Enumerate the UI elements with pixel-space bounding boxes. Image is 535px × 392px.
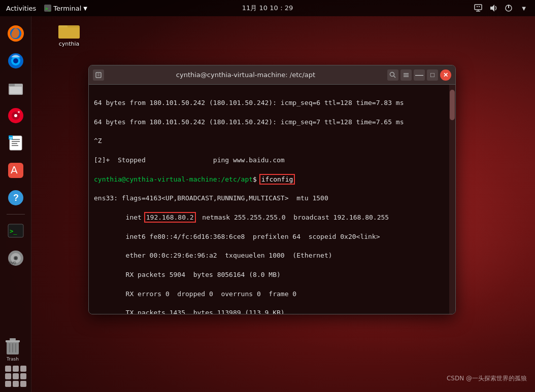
topbar-terminal-button[interactable]: >_ Terminal ▼ bbox=[44, 5, 87, 12]
terminal-line: ^Z bbox=[94, 136, 450, 146]
terminal-line: ether 00:0c:29:6e:96:a2 txqueuelen 1000 … bbox=[94, 251, 450, 261]
dock-item-files[interactable] bbox=[4, 76, 28, 100]
libreoffice-icon: W bbox=[7, 134, 25, 152]
dock-item-appstore[interactable]: A bbox=[4, 158, 28, 183]
svg-rect-17 bbox=[10, 87, 22, 94]
grid-dot bbox=[20, 373, 26, 379]
desktop: Activities >_ Terminal ▼ 11月 10 10：29 bbox=[0, 0, 535, 392]
folder-icon bbox=[58, 21, 80, 40]
titlebar-center: cynthia@cynthia-virtual-machine: /etc/ap… bbox=[104, 71, 387, 79]
dvd-icon: DVD bbox=[7, 249, 25, 267]
terminal-line: inet 192.168.80.2 netmask 255.255.255.0 … bbox=[94, 213, 450, 223]
topbar-left: Activities >_ Terminal ▼ bbox=[6, 5, 87, 12]
ip-highlight: 192.168.80.2 bbox=[146, 213, 194, 221]
terminal-prompt: cynthia@cynthia-virtual-machine:/etc/apt bbox=[94, 175, 253, 183]
terminal-dock-icon: >_ bbox=[7, 222, 25, 240]
svg-text:>_: >_ bbox=[45, 6, 51, 11]
svg-text:DVD: DVD bbox=[9, 261, 16, 265]
close-button[interactable]: ✕ bbox=[440, 69, 451, 81]
dock-separator bbox=[7, 214, 25, 215]
grid-dot bbox=[5, 373, 11, 379]
app-grid-button[interactable] bbox=[5, 366, 26, 387]
terminal-line: TX packets 1435 bytes 113989 (113.9 KB) bbox=[94, 308, 450, 314]
titlebar-left bbox=[93, 69, 104, 81]
desktop-folder-cynthia[interactable]: cynthia bbox=[54, 21, 84, 47]
terminal-content[interactable]: 64 bytes from 180.101.50.242 (180.101.50… bbox=[89, 85, 455, 314]
svg-rect-16 bbox=[9, 84, 15, 86]
svg-rect-41 bbox=[6, 340, 20, 342]
firefox-icon bbox=[7, 24, 25, 43]
dock-item-dvd[interactable]: DVD bbox=[4, 246, 28, 270]
svg-point-20 bbox=[14, 114, 17, 117]
svg-point-21 bbox=[18, 111, 20, 113]
svg-point-14 bbox=[13, 58, 18, 63]
terminal-scrollbar[interactable] bbox=[449, 85, 455, 314]
trash-label: Trash bbox=[7, 357, 19, 362]
svg-marker-7 bbox=[490, 5, 494, 12]
svg-text:A: A bbox=[11, 164, 18, 176]
dock-item-thunderbird[interactable] bbox=[4, 49, 28, 73]
terminal-icon: >_ bbox=[44, 5, 51, 12]
terminal-line: RX errors 0 dropped 0 overruns 0 frame 0 bbox=[94, 290, 450, 299]
grid-dot bbox=[5, 381, 11, 387]
terminal-line: 64 bytes from 180.101.50.242 (180.101.50… bbox=[94, 98, 450, 108]
terminal-titlebar: cynthia@cynthia-virtual-machine: /etc/ap… bbox=[89, 65, 455, 85]
svg-point-52 bbox=[390, 72, 394, 76]
terminal-window: cynthia@cynthia-virtual-machine: /etc/ap… bbox=[88, 65, 456, 314]
files-icon bbox=[7, 79, 25, 97]
svg-text:W: W bbox=[9, 136, 13, 140]
trash-icon bbox=[4, 337, 22, 355]
dock: W A ? bbox=[0, 16, 31, 392]
dock-item-help[interactable]: ? bbox=[4, 186, 28, 210]
terminal-line: [2]+ Stopped ping www.baidu.com bbox=[94, 156, 450, 165]
hamburger-button[interactable] bbox=[400, 69, 412, 81]
search-button[interactable] bbox=[387, 69, 398, 81]
dock-item-libreoffice[interactable]: W bbox=[4, 131, 28, 155]
pin-button[interactable] bbox=[93, 69, 104, 81]
svg-rect-4 bbox=[479, 6, 480, 7]
grid-dot bbox=[20, 366, 26, 372]
grid-dot bbox=[20, 381, 26, 387]
dock-item-rhythmbox[interactable] bbox=[4, 103, 28, 128]
grid-dot bbox=[13, 381, 19, 387]
rhythmbox-icon bbox=[7, 106, 25, 125]
svg-line-53 bbox=[394, 76, 396, 78]
svg-point-38 bbox=[15, 257, 17, 259]
svg-rect-48 bbox=[58, 27, 80, 39]
topbar-terminal-arrow[interactable]: ▼ bbox=[83, 6, 87, 11]
grid-dot bbox=[13, 373, 19, 379]
terminal-line: ens33: flags=4163<UP,BROADCAST,RUNNING,M… bbox=[94, 194, 450, 203]
thunderbird-icon bbox=[7, 52, 25, 70]
grid-dot bbox=[13, 366, 19, 372]
activities-button[interactable]: Activities bbox=[6, 5, 36, 12]
svg-rect-42 bbox=[10, 338, 16, 340]
topbar-terminal-label: Terminal bbox=[53, 5, 81, 12]
terminal-title: cynthia@cynthia-virtual-machine: /etc/ap… bbox=[104, 71, 387, 79]
terminal-prompt-line: cynthia@cynthia-virtual-machine:/etc/apt… bbox=[94, 175, 450, 185]
help-icon: ? bbox=[7, 189, 25, 207]
power-icon[interactable] bbox=[504, 3, 514, 13]
topbar: Activities >_ Terminal ▼ 11月 10 10：29 bbox=[0, 0, 535, 16]
maximize-button[interactable]: □ bbox=[427, 69, 438, 81]
svg-text:>_: >_ bbox=[10, 228, 17, 235]
svg-rect-49 bbox=[96, 73, 101, 78]
dropdown-arrow-icon[interactable]: ▼ bbox=[519, 3, 529, 13]
grid-dot bbox=[5, 366, 11, 372]
terminal-line: 64 bytes from 180.101.50.242 (180.101.50… bbox=[94, 118, 450, 127]
terminal-line: RX packets 5904 bytes 8056164 (8.0 MB) bbox=[94, 270, 450, 280]
scrollbar-thumb[interactable] bbox=[450, 90, 455, 120]
watermark: CSDN @一头探索世界的孤狼 bbox=[447, 374, 527, 383]
minimize-button[interactable]: — bbox=[414, 69, 425, 81]
topbar-right: ▼ bbox=[473, 3, 529, 13]
appstore-icon: A bbox=[7, 161, 25, 180]
dock-item-trash[interactable]: Trash bbox=[4, 337, 22, 362]
topbar-datetime: 11月 10 10：29 bbox=[242, 4, 293, 13]
titlebar-controls: — □ ✕ bbox=[387, 69, 451, 81]
dock-item-firefox[interactable] bbox=[4, 21, 28, 46]
svg-rect-3 bbox=[477, 6, 478, 7]
network-icon[interactable] bbox=[473, 3, 483, 13]
svg-text:?: ? bbox=[13, 193, 19, 203]
volume-icon[interactable] bbox=[488, 3, 498, 13]
dock-item-terminal[interactable]: >_ bbox=[4, 219, 28, 243]
terminal-command-highlight: ifconfig bbox=[261, 175, 294, 183]
